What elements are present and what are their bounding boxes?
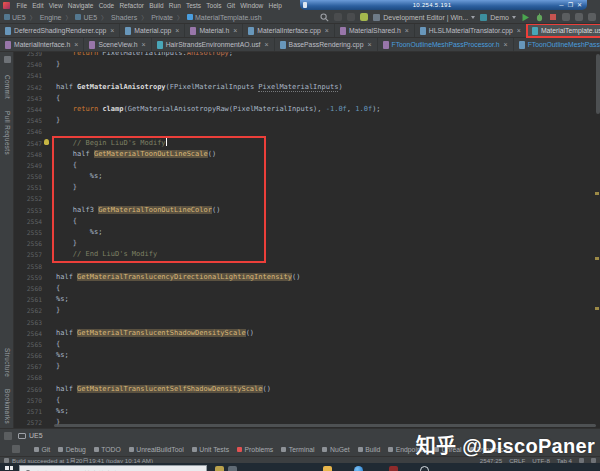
breadcrumb-item[interactable]: MaterialTemplate.ush bbox=[195, 14, 262, 21]
unreal-build-icon[interactable] bbox=[360, 13, 368, 21]
tool-icon[interactable] bbox=[347, 13, 355, 21]
tab-DeferredShadingRenderer.cpp[interactable]: DeferredShadingRenderer.cpp× bbox=[0, 24, 120, 37]
menu-item-view[interactable]: View bbox=[46, 2, 65, 9]
tab-close-icon[interactable]: × bbox=[367, 41, 371, 48]
code-line[interactable]: 2548 half GetMaterialToonOutLineScale() bbox=[14, 149, 600, 160]
tab-BasePassRendering.cpp[interactable]: BasePassRendering.cpp× bbox=[275, 38, 378, 51]
code-line[interactable]: 2549 { bbox=[14, 160, 600, 171]
code-line[interactable]: 2568 bbox=[14, 372, 600, 383]
code-line[interactable]: 2554 { bbox=[14, 216, 600, 227]
task-view-icon[interactable] bbox=[228, 466, 237, 471]
tool-window-button-debug[interactable]: Debug bbox=[58, 446, 86, 453]
tool-window-button-nuget[interactable]: NuGet bbox=[322, 446, 349, 453]
code-line[interactable]: 2555 %s; bbox=[14, 227, 600, 238]
menu-item-navigate[interactable]: Navigate bbox=[65, 2, 96, 9]
code-line[interactable]: 2552 bbox=[14, 193, 600, 204]
tab-FToonOutlineMeshPassProcessor.cpp[interactable]: FToonOutlineMeshPassProcessor.cpp× bbox=[514, 38, 600, 51]
intention-bulb-icon[interactable] bbox=[44, 139, 49, 145]
code-line[interactable]: 2553 half3 GetMaterialToonOutLineColor() bbox=[14, 205, 600, 216]
tab-close-icon[interactable]: × bbox=[405, 27, 409, 34]
code-line[interactable]: 2566%s; bbox=[14, 350, 600, 361]
tool-icon[interactable] bbox=[334, 13, 342, 21]
code-line[interactable]: 2542half GetMaterialAnisotropy(FPixelMat… bbox=[14, 82, 600, 93]
code-line[interactable]: 2539 return PixelMaterialInputs.Anisotro… bbox=[14, 52, 600, 59]
restore-button[interactable]: ❐ bbox=[566, 0, 575, 10]
tab-close-icon[interactable]: × bbox=[175, 27, 179, 34]
code-line[interactable]: 2545} bbox=[14, 115, 600, 126]
tool-window-button-build[interactable]: Build bbox=[358, 446, 381, 453]
menu-item-file[interactable]: File bbox=[14, 2, 30, 9]
tab-MaterialTemplate.ush[interactable]: MaterialTemplate.ush× bbox=[527, 24, 600, 37]
tool-windows-icon[interactable] bbox=[12, 445, 20, 453]
tab-close-icon[interactable]: × bbox=[74, 41, 78, 48]
breadcrumb-item[interactable]: Shaders bbox=[111, 14, 137, 21]
tab-close-icon[interactable]: × bbox=[265, 41, 269, 48]
debug-button[interactable] bbox=[535, 13, 544, 22]
stripe-item-structure[interactable]: Structure bbox=[4, 348, 11, 377]
stripe-item-commit[interactable]: Commit bbox=[4, 75, 11, 99]
code-line[interactable]: 2560{ bbox=[14, 283, 600, 294]
run-button[interactable] bbox=[521, 13, 530, 22]
project-icon[interactable] bbox=[4, 56, 11, 63]
ue5-tool-window-button[interactable]: UE5 bbox=[29, 432, 43, 439]
breadcrumb-item[interactable]: UE5 bbox=[83, 14, 97, 21]
code-line[interactable]: 2571%s; bbox=[14, 406, 600, 417]
tab-MaterialInterface.h[interactable]: MaterialInterface.h× bbox=[0, 38, 84, 51]
code-line[interactable]: 2541 bbox=[14, 70, 600, 81]
breadcrumb-item[interactable]: UE5 bbox=[12, 14, 26, 21]
code-line[interactable]: 2556 } bbox=[14, 238, 600, 249]
tab-close-icon[interactable]: × bbox=[142, 41, 146, 48]
code-line[interactable]: 2557 // End LiuD's Modify bbox=[14, 249, 600, 260]
code-line[interactable]: 2543{ bbox=[14, 93, 600, 104]
tab-MaterialInterface.cpp[interactable]: MaterialInterface.cpp× bbox=[243, 24, 335, 37]
tab-MaterialShared.h[interactable]: MaterialShared.h× bbox=[335, 24, 415, 37]
file-explorer-icon[interactable] bbox=[323, 466, 332, 471]
app-icon[interactable] bbox=[389, 466, 398, 471]
tool-window-button-git[interactable]: Git bbox=[34, 446, 50, 453]
menu-item-window[interactable]: Window bbox=[238, 2, 266, 9]
tool-window-button-terminal[interactable]: Terminal bbox=[281, 446, 314, 453]
menu-item-build[interactable]: Build bbox=[147, 2, 167, 9]
menu-item-edit[interactable]: Edit bbox=[30, 2, 46, 9]
breadcrumb-item[interactable]: Engine bbox=[40, 14, 62, 21]
search-everywhere-icon[interactable] bbox=[562, 13, 570, 21]
horizontal-scrollbar[interactable] bbox=[54, 424, 596, 427]
menu-item-run[interactable]: Run bbox=[166, 2, 183, 9]
menu-item-tests[interactable]: Tests bbox=[183, 2, 203, 9]
vertical-scrollbar[interactable] bbox=[596, 54, 600, 114]
pause-circle-icon[interactable] bbox=[420, 466, 429, 471]
tab-Material.cpp[interactable]: Material.cpp× bbox=[120, 24, 185, 37]
tool-window-button-todo[interactable]: TODO bbox=[94, 446, 121, 453]
menu-item-code[interactable]: Code bbox=[96, 2, 117, 9]
tab-close-icon[interactable]: × bbox=[325, 27, 329, 34]
tab-close-icon[interactable]: × bbox=[233, 27, 237, 34]
menu-item-refactor[interactable]: Refactor bbox=[117, 2, 147, 9]
update-project-icon[interactable] bbox=[575, 13, 583, 21]
close-button[interactable]: ✕ bbox=[575, 0, 584, 10]
run-configuration-select[interactable]: Development Editor | Win... bbox=[373, 14, 475, 21]
code-line[interactable]: 2559half GetMaterialTranslucencyDirectio… bbox=[14, 272, 600, 283]
start-button[interactable] bbox=[5, 466, 13, 471]
tab-HLSLMaterialTranslator.cpp[interactable]: HLSLMaterialTranslator.cpp× bbox=[415, 24, 527, 37]
stop-button[interactable] bbox=[549, 13, 557, 21]
commit-icon[interactable] bbox=[588, 13, 596, 21]
minimize-button[interactable]: ─ bbox=[557, 0, 566, 10]
code-line[interactable]: 2561%s; bbox=[14, 294, 600, 305]
menu-item-tools[interactable]: Tools bbox=[204, 2, 224, 9]
tab-SceneView.h[interactable]: SceneView.h× bbox=[84, 38, 151, 51]
code-line[interactable]: 2550 %s; bbox=[14, 171, 600, 182]
code-line[interactable]: 2564half GetMaterialTranslucentShadowDen… bbox=[14, 328, 600, 339]
tab-close-icon[interactable]: × bbox=[110, 27, 114, 34]
code-line[interactable]: 2547 // Begin LiuD's Modify bbox=[14, 138, 600, 149]
stripe-item-pull-requests[interactable]: Pull Requests bbox=[4, 111, 11, 155]
code-line[interactable]: 2567} bbox=[14, 361, 600, 372]
tab-Material.h[interactable]: Material.h× bbox=[185, 24, 243, 37]
tool-window-button-unit-tests[interactable]: Unit Tests bbox=[192, 446, 229, 453]
taskbar-pinned-icon[interactable] bbox=[215, 466, 224, 471]
tab-FToonOutlineMeshPassProcessor.h[interactable]: FToonOutlineMeshPassProcessor.h× bbox=[378, 38, 514, 51]
code-line[interactable]: 2562} bbox=[14, 305, 600, 316]
taskbar-search-input[interactable]: 在这里输入你要搜索的内容 bbox=[19, 465, 207, 471]
code-line[interactable]: 2544 return clamp(GetMaterialAnisotropyR… bbox=[14, 104, 600, 115]
code-line[interactable]: 2546 bbox=[14, 126, 600, 137]
tab-close-icon[interactable]: × bbox=[504, 41, 508, 48]
